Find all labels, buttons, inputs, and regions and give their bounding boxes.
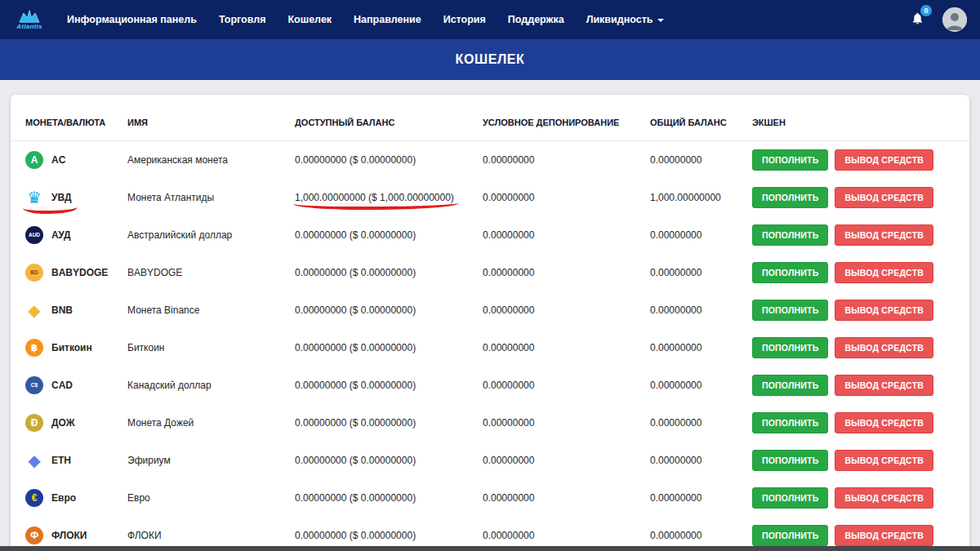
column-header: ОБЩИЙ БАЛАНС xyxy=(644,111,746,141)
coin-code: УВД xyxy=(51,192,72,203)
deposit-button[interactable]: ПОПОЛНИТЬ xyxy=(752,525,828,546)
escrow-balance: 0.00000000 xyxy=(476,329,644,367)
withdraw-button[interactable]: ВЫВОД СРЕДСТВ xyxy=(835,300,933,321)
logo[interactable]: Atlantis xyxy=(13,10,46,30)
column-header: МОНЕТА/ВАЛЮТА xyxy=(11,111,121,141)
aud-coin-icon: AUD xyxy=(25,226,43,244)
logo-text: Atlantis xyxy=(16,24,42,30)
deposit-button[interactable]: ПОПОЛНИТЬ xyxy=(752,149,828,171)
table-row: ◆BNBМонета Binance0.00000000 ($ 0.000000… xyxy=(11,291,969,329)
escrow-balance: 0.00000000 xyxy=(476,367,644,404)
table-row: C$CADКанадский доллар0.00000000 ($ 0.000… xyxy=(11,367,969,404)
total-balance: 1,000.00000000 xyxy=(644,179,746,216)
deposit-button[interactable]: ПОПОЛНИТЬ xyxy=(752,412,828,433)
table-header-row: МОНЕТА/ВАЛЮТАИМЯДОСТУПНЫЙ БАЛАНСУСЛОВНОЕ… xyxy=(11,111,969,141)
deposit-button[interactable]: ПОПОЛНИТЬ xyxy=(752,375,828,396)
withdraw-button[interactable]: ВЫВОД СРЕДСТВ xyxy=(835,525,933,546)
column-header: ИМЯ xyxy=(121,111,288,141)
babydoge-coin-icon: BD xyxy=(25,264,43,282)
window-bottom-edge xyxy=(0,546,980,551)
escrow-balance: 0.00000000 xyxy=(476,404,644,442)
coin-code: ФЛОКИ xyxy=(51,530,87,541)
american-coin-icon: A xyxy=(25,151,43,169)
deposit-button[interactable]: ПОПОЛНИТЬ xyxy=(752,487,828,509)
total-balance: 0.00000000 xyxy=(644,404,746,442)
coin-code: AC xyxy=(51,154,65,166)
coin-name: Биткоин xyxy=(121,329,288,367)
nav-item-поддержка[interactable]: Поддержка xyxy=(508,14,564,25)
notification-badge: 0 xyxy=(920,5,932,16)
nav-menu: Информационная панельТорговляКошелекНапр… xyxy=(67,14,664,25)
top-nav: Atlantis Информационная панельТорговляКо… xyxy=(0,0,980,39)
total-balance: 0.00000000 xyxy=(644,329,746,367)
coin-code: АУД xyxy=(51,229,71,241)
escrow-balance: 0.00000000 xyxy=(476,179,644,216)
deposit-button[interactable]: ПОПОЛНИТЬ xyxy=(752,187,828,208)
deposit-button[interactable]: ПОПОЛНИТЬ xyxy=(752,224,828,246)
table-row: ฿БиткоинБиткоин0.00000000 ($ 0.00000000)… xyxy=(11,329,969,367)
column-header: ДОСТУПНЫЙ БАЛАНС xyxy=(288,111,476,141)
wallet-table-body: AACАмериканская монета0.00000000 ($ 0.00… xyxy=(11,141,969,551)
deposit-button[interactable]: ПОПОЛНИТЬ xyxy=(752,300,828,321)
nav-item-информационная-панель[interactable]: Информационная панель xyxy=(67,14,197,25)
coin-code: ETH xyxy=(51,455,71,466)
table-row: BDBABYDOGEBABYDOGE0.00000000 ($ 0.000000… xyxy=(11,254,969,291)
total-balance: 0.00000000 xyxy=(644,141,746,180)
nav-right: 0 xyxy=(911,7,967,32)
user-avatar[interactable] xyxy=(942,7,967,32)
table-row: AACАмериканская монета0.00000000 ($ 0.00… xyxy=(11,141,969,180)
ethereum-icon: ◆ xyxy=(25,451,43,469)
table-row: AUDАУДАвстралийский доллар0.00000000 ($ … xyxy=(11,216,969,254)
atlantis-logo-icon xyxy=(13,10,46,23)
main-content: МОНЕТА/ВАЛЮТАИМЯДОСТУПНЫЙ БАЛАНСУСЛОВНОЕ… xyxy=(0,80,980,551)
available-balance: 0.00000000 ($ 0.00000000) xyxy=(295,154,416,166)
coin-name: Эфириум xyxy=(121,442,288,479)
deposit-button[interactable]: ПОПОЛНИТЬ xyxy=(752,262,828,283)
total-balance: 0.00000000 xyxy=(644,291,746,329)
coin-code: Биткоин xyxy=(51,342,92,353)
coin-name: BABYDOGE xyxy=(121,254,288,291)
available-balance: 0.00000000 ($ 0.00000000) xyxy=(295,267,416,278)
deposit-button[interactable]: ПОПОЛНИТЬ xyxy=(752,337,828,358)
nav-item-история[interactable]: История xyxy=(443,14,486,25)
page-header-band: КОШЕЛЕК xyxy=(0,39,980,80)
table-row: ◆ETHЭфириум0.00000000 ($ 0.00000000)0.00… xyxy=(11,442,969,479)
available-balance: 0.00000000 ($ 0.00000000) xyxy=(295,304,416,316)
withdraw-button[interactable]: ВЫВОД СРЕДСТВ xyxy=(835,487,933,509)
coin-name: Монета Дожей xyxy=(121,404,288,442)
nav-item-кошелек[interactable]: Кошелек xyxy=(287,14,332,25)
wallet-table: МОНЕТА/ВАЛЮТАИМЯДОСТУПНЫЙ БАЛАНСУСЛОВНОЕ… xyxy=(11,111,969,551)
available-balance: 0.00000000 ($ 0.00000000) xyxy=(295,229,416,241)
withdraw-button[interactable]: ВЫВОД СРЕДСТВ xyxy=(835,337,933,358)
red-underline-annotation xyxy=(293,202,459,210)
withdraw-button[interactable]: ВЫВОД СРЕДСТВ xyxy=(835,375,933,396)
doge-coin-icon: Ð xyxy=(25,414,43,432)
notifications-button[interactable]: 0 xyxy=(911,11,924,29)
escrow-balance: 0.00000000 xyxy=(476,442,644,479)
nav-item-ликвидность[interactable]: Ликвидность xyxy=(586,14,665,25)
coin-name: Монета Атлантиды xyxy=(121,179,288,216)
bnb-coin-icon: ◆ xyxy=(25,301,43,319)
nav-item-направление[interactable]: Направление xyxy=(354,14,421,25)
withdraw-button[interactable]: ВЫВОД СРЕДСТВ xyxy=(835,450,933,471)
deposit-button[interactable]: ПОПОЛНИТЬ xyxy=(752,450,828,471)
page-title: КОШЕЛЕК xyxy=(456,52,525,67)
withdraw-button[interactable]: ВЫВОД СРЕДСТВ xyxy=(835,262,933,283)
withdraw-button[interactable]: ВЫВОД СРЕДСТВ xyxy=(835,187,933,208)
withdraw-button[interactable]: ВЫВОД СРЕДСТВ xyxy=(835,149,933,171)
wallet-card: МОНЕТА/ВАЛЮТАИМЯДОСТУПНЫЙ БАЛАНСУСЛОВНОЕ… xyxy=(11,95,969,551)
user-silhouette-icon xyxy=(942,7,967,32)
escrow-balance: 0.00000000 xyxy=(476,141,644,180)
available-balance: 0.00000000 ($ 0.00000000) xyxy=(295,492,416,504)
nav-item-торговля[interactable]: Торговля xyxy=(219,14,266,25)
escrow-balance: 0.00000000 xyxy=(476,291,644,329)
available-balance: 0.00000000 ($ 0.00000000) xyxy=(295,380,416,391)
coin-code: Евро xyxy=(51,492,76,504)
coin-code: CAD xyxy=(51,380,73,391)
coin-code: BNB xyxy=(51,304,73,316)
coin-name: Канадский доллар xyxy=(121,367,288,404)
escrow-balance: 0.00000000 xyxy=(476,254,644,291)
bitcoin-icon: ฿ xyxy=(25,339,43,357)
withdraw-button[interactable]: ВЫВОД СРЕДСТВ xyxy=(835,224,933,246)
withdraw-button[interactable]: ВЫВОД СРЕДСТВ xyxy=(835,412,933,433)
